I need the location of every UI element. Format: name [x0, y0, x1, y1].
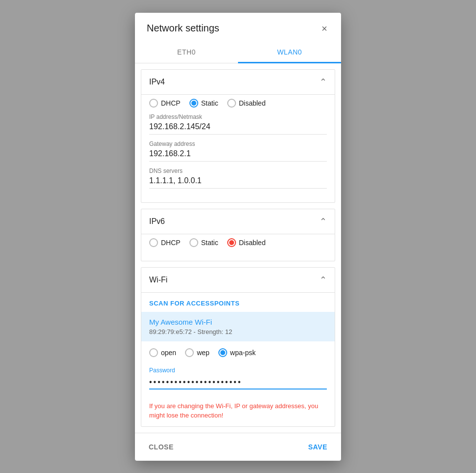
wifi-wep-radio[interactable]	[185, 348, 194, 357]
ipv4-content: DHCP Static Disabled IP address/Netmas	[141, 94, 335, 202]
ipv6-disabled-dot	[229, 240, 234, 245]
ipv6-disabled-label: Disabled	[239, 239, 265, 247]
ipv6-content: DHCP Static Disabled	[141, 234, 335, 261]
tab-wlan0[interactable]: WLAN0	[238, 42, 341, 63]
close-button[interactable]: CLOSE	[143, 439, 180, 455]
ipv4-mode-group: DHCP Static Disabled	[149, 99, 327, 108]
wifi-wpapsk-dot	[220, 350, 225, 355]
dns-value[interactable]: 1.1.1.1, 1.0.0.1	[149, 176, 327, 189]
ip-address-label: IP address/Netmask	[149, 113, 327, 120]
wifi-wep-option[interactable]: wep	[185, 348, 210, 357]
ipv6-dhcp-radio[interactable]	[149, 238, 158, 247]
ipv4-disabled-label: Disabled	[239, 99, 265, 107]
wifi-open-label: open	[161, 349, 176, 357]
dialog-footer: CLOSE SAVE	[135, 433, 341, 461]
wifi-open-radio[interactable]	[149, 348, 158, 357]
tabs-bar: ETH0 WLAN0	[135, 42, 341, 63]
wifi-auth-modes: open wep wpa-psk	[149, 348, 327, 357]
wifi-title: Wi-Fi	[149, 276, 167, 284]
warning-message: If you are changing the Wi-Fi, IP or gat…	[141, 395, 335, 426]
network-settings-dialog: Network settings × ETH0 WLAN0 IPv4 ⌃ DHC…	[135, 13, 341, 461]
tab-eth0[interactable]: ETH0	[135, 42, 238, 63]
wifi-chevron-icon: ⌃	[319, 275, 327, 285]
ipv4-static-dot	[191, 101, 196, 106]
ipv6-dhcp-label: DHCP	[161, 239, 181, 247]
ipv4-dhcp-radio[interactable]	[149, 99, 158, 108]
password-label: Password	[149, 367, 327, 374]
ipv4-disabled-option[interactable]: Disabled	[227, 99, 265, 108]
wifi-auth-group: open wep wpa-psk	[141, 342, 335, 367]
ip-address-field: IP address/Netmask 192.168.2.145/24	[149, 113, 327, 135]
close-icon-button[interactable]: ×	[319, 22, 329, 35]
gateway-field: Gateway address 192.168.2.1	[149, 140, 327, 162]
ipv6-disabled-radio[interactable]	[227, 238, 236, 247]
ipv4-dhcp-option[interactable]: DHCP	[149, 99, 181, 108]
wifi-network-item[interactable]: My Awesome Wi-Fi 89:29:79:e5:72 - Streng…	[141, 312, 335, 341]
ipv6-mode-group: DHCP Static Disabled	[149, 238, 327, 247]
ip-address-value[interactable]: 192.168.2.145/24	[149, 122, 327, 135]
password-input[interactable]	[149, 376, 327, 390]
ipv4-static-label: Static	[201, 99, 218, 107]
password-section: Password	[141, 367, 335, 395]
ipv6-chevron-icon: ⌃	[319, 216, 327, 227]
wifi-wpapsk-radio[interactable]	[218, 348, 227, 357]
gateway-value[interactable]: 192.168.2.1	[149, 149, 327, 162]
ipv6-disabled-option[interactable]: Disabled	[227, 238, 265, 247]
wifi-wpapsk-option[interactable]: wpa-psk	[218, 348, 256, 357]
wifi-network-name: My Awesome Wi-Fi	[149, 318, 327, 326]
dialog-header: Network settings ×	[135, 13, 341, 42]
wifi-open-option[interactable]: open	[149, 348, 176, 357]
wifi-section: Wi-Fi ⌃ SCAN FOR ACCESSPOINTS My Awesome…	[141, 267, 335, 427]
ipv4-static-radio[interactable]	[189, 99, 198, 108]
ipv6-static-label: Static	[201, 239, 218, 247]
gateway-label: Gateway address	[149, 140, 327, 147]
save-button[interactable]: SAVE	[302, 439, 333, 455]
ipv4-dhcp-label: DHCP	[161, 99, 181, 107]
ipv6-section: IPv6 ⌃ DHCP Static	[141, 209, 335, 261]
wifi-wpapsk-label: wpa-psk	[230, 349, 256, 357]
ipv6-dhcp-option[interactable]: DHCP	[149, 238, 181, 247]
ipv4-chevron-icon: ⌃	[319, 77, 327, 87]
ipv4-title: IPv4	[149, 78, 165, 86]
ipv6-title: IPv6	[149, 217, 165, 226]
ipv6-static-option[interactable]: Static	[189, 238, 218, 247]
ipv4-section: IPv4 ⌃ DHCP Static	[141, 69, 335, 203]
dialog-body: IPv4 ⌃ DHCP Static	[135, 69, 341, 427]
wifi-wep-label: wep	[197, 349, 210, 357]
ipv6-static-radio[interactable]	[189, 238, 198, 247]
wifi-section-header[interactable]: Wi-Fi ⌃	[141, 268, 335, 292]
ipv6-section-header[interactable]: IPv6 ⌃	[141, 209, 335, 234]
dialog-title: Network settings	[147, 23, 219, 34]
dns-field: DNS servers 1.1.1.1, 1.0.0.1	[149, 167, 327, 189]
scan-accesspoints-button[interactable]: SCAN FOR ACCESSPOINTS	[141, 293, 247, 312]
dns-label: DNS servers	[149, 167, 327, 174]
wifi-content: SCAN FOR ACCESSPOINTS My Awesome Wi-Fi 8…	[141, 292, 335, 426]
ipv4-section-header[interactable]: IPv4 ⌃	[141, 70, 335, 94]
ipv4-disabled-radio[interactable]	[227, 99, 236, 108]
wifi-network-details: 89:29:79:e5:72 - Strength: 12	[149, 328, 327, 335]
ipv4-static-option[interactable]: Static	[189, 99, 218, 108]
